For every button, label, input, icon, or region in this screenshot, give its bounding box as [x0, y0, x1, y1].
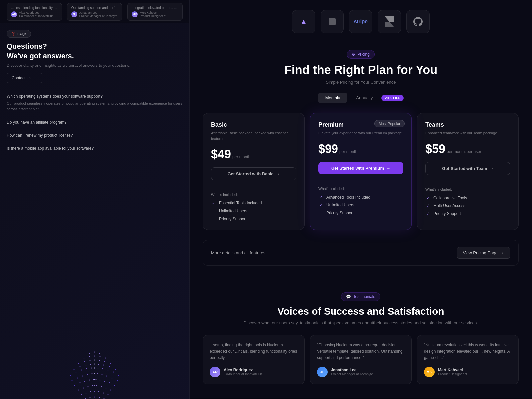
teams-feature-2: ✓ Priority Support [425, 211, 510, 216]
premium-period: per month [339, 149, 357, 154]
left-faq-question-3[interactable]: Is there a mobile app available for your… [7, 146, 183, 151]
svg-point-38 [87, 374, 88, 375]
check-icon: ✓ [211, 200, 216, 206]
testimonial-author-1: JL Jonathan Lee Project Manager at Techb… [317, 367, 405, 377]
billing-annually-option[interactable]: Annually [349, 93, 380, 103]
check-icon: ✓ [425, 203, 431, 208]
testimonial-author-info-0: Alex Rodriguez Co-founder at InnovatHub [224, 368, 262, 376]
svg-point-30 [97, 367, 98, 368]
svg-point-58 [83, 387, 84, 388]
left-faq-subtitle: Discover clarity and insights as we unra… [7, 63, 183, 68]
check-icon: ✓ [425, 211, 431, 216]
svg-point-66 [81, 394, 82, 395]
svg-point-41 [97, 373, 98, 374]
check-icon: ✓ [318, 195, 324, 200]
svg-point-17 [85, 364, 86, 365]
svg-marker-83 [385, 16, 394, 22]
svg-point-52 [95, 379, 96, 380]
left-contact-button[interactable]: Contact Us → [7, 73, 42, 83]
logo-framer [378, 10, 401, 33]
basic-price: $49 [211, 147, 231, 161]
testimonials-title: Voices of Success and Satisfaction [203, 306, 519, 317]
basic-cta-button[interactable]: Get Started with Basic → [211, 167, 296, 180]
testimonial-author-info-1: Jonathan Lee Project Manager at Techbyte [331, 368, 373, 376]
teams-price: $59 [425, 142, 445, 156]
view-pricing-button[interactable]: View Pricing Page → [457, 247, 510, 259]
left-faq-item-1[interactable]: Do you have an affiliate program? [7, 116, 183, 129]
left-faq-badge: ❓ FAQs [7, 30, 31, 38]
testimonial-author-name-0: Alex Rodriguez [224, 368, 262, 372]
svg-point-37 [82, 375, 83, 376]
top-testimonial-2-avatar: JL [71, 11, 77, 17]
left-faq-question-1[interactable]: Do you have an affiliate program? [7, 120, 183, 125]
left-faq-item-3[interactable]: Is there a mobile app available for your… [7, 142, 183, 155]
testimonial-author-title-2: Product Designer at... [438, 372, 470, 376]
svg-point-59 [87, 386, 88, 387]
premium-cta-button[interactable]: Get Started with Premium → [318, 162, 403, 174]
basic-plan-desc: Affordable Basic package, packed with es… [211, 130, 296, 141]
globe-visualization [48, 342, 141, 399]
faq-icon: ❓ [11, 32, 16, 36]
svg-point-48 [84, 381, 85, 382]
svg-point-23 [115, 369, 116, 370]
svg-point-45 [117, 380, 118, 381]
svg-point-9 [84, 361, 85, 362]
svg-point-47 [79, 382, 80, 383]
basic-plan-name: Basic [211, 121, 296, 128]
basic-period: per month [232, 155, 250, 159]
logo-github [406, 10, 430, 33]
logos-section: ▲ stripe [190, 0, 532, 43]
left-faq-question-2[interactable]: How can I renew my product license? [7, 133, 183, 138]
svg-point-25 [75, 371, 76, 372]
svg-point-64 [105, 387, 106, 388]
premium-feature-list: ✓ Advanced Tools Included ✓ Unlimited Us… [318, 195, 403, 216]
testimonial-card-0: ...setup, finding the right tools is Nuc… [203, 335, 305, 384]
svg-point-32 [107, 369, 108, 370]
check-icon: ✓ [425, 195, 431, 200]
testimonial-avatar-0: AR [210, 367, 220, 377]
billing-monthly-option[interactable]: Monthly [318, 93, 348, 103]
testimonial-author-0: AR Alex Rodriguez Co-founder at InnovatH… [210, 367, 298, 377]
left-faq-section: ❓ FAQs Questions?We've got answers. Disc… [7, 30, 183, 155]
svg-point-12 [99, 360, 100, 361]
svg-point-2 [99, 353, 100, 354]
svg-point-11 [94, 359, 95, 360]
svg-point-33 [113, 371, 114, 372]
pricing-card-teams: Teams Enhanced teamwork with our Team pa… [417, 113, 519, 230]
svg-point-60 [92, 385, 93, 386]
svg-point-65 [110, 389, 111, 390]
teams-plan-desc: Enhanced teamwork with our Team package [425, 130, 510, 136]
top-testimonial-1-avatar: AR [11, 11, 17, 17]
teams-cta-button[interactable]: Get Started with Team → [425, 162, 510, 175]
teams-divider [425, 182, 510, 182]
dash-icon: — [211, 216, 216, 222]
svg-point-10 [89, 360, 90, 361]
pricing-card-premium: Most Popular Premium Elevate your experi… [310, 113, 412, 230]
svg-point-28 [91, 367, 92, 368]
left-faq-list: Which operating systems does your softwa… [7, 90, 183, 155]
pricing-card-basic: Basic Affordable Basic package, packed w… [203, 113, 305, 230]
svg-point-40 [94, 373, 95, 374]
svg-point-29 [94, 367, 95, 369]
testimonial-author-title-1: Project Manager at Techbyte [331, 372, 373, 376]
svg-point-36 [77, 377, 78, 378]
basic-price-row: $49 per month [211, 147, 296, 161]
top-testimonial-2-text: Outstanding support and performance! [71, 6, 118, 10]
testimonials-section: 💬 Testimonials Voices of Success and Sat… [190, 279, 532, 398]
top-testimonial-2-author-row: JL Jonathan Lee Project Manager at Techb… [71, 11, 118, 18]
premium-price: $99 [318, 142, 338, 156]
svg-point-68 [90, 391, 91, 392]
left-faq-item-0[interactable]: Which operating systems does your softwa… [7, 90, 183, 116]
testimonials-grid: ...setup, finding the right tools is Nuc… [203, 335, 519, 384]
left-faq-item-2[interactable]: How can I renew my product license? [7, 129, 183, 142]
testimonial-body-2: "Nucleum revolutionized this w work. Its… [424, 342, 512, 361]
left-panel: ...ices, blending functionality ories pe… [0, 0, 190, 399]
svg-point-50 [93, 379, 94, 380]
top-testimonial-3-author-row: MK Mert Kahveci Product Designer at... [132, 11, 178, 18]
logo-square [321, 10, 344, 33]
testimonial-card-1: "Choosing Nucleum was a no-regret decisi… [310, 335, 412, 384]
svg-point-7 [105, 357, 106, 358]
testimonial-author-name-2: Mert Kahveci [438, 368, 470, 372]
left-faq-question-0[interactable]: Which operating systems does your softwa… [7, 94, 183, 99]
svg-point-27 [86, 368, 87, 369]
